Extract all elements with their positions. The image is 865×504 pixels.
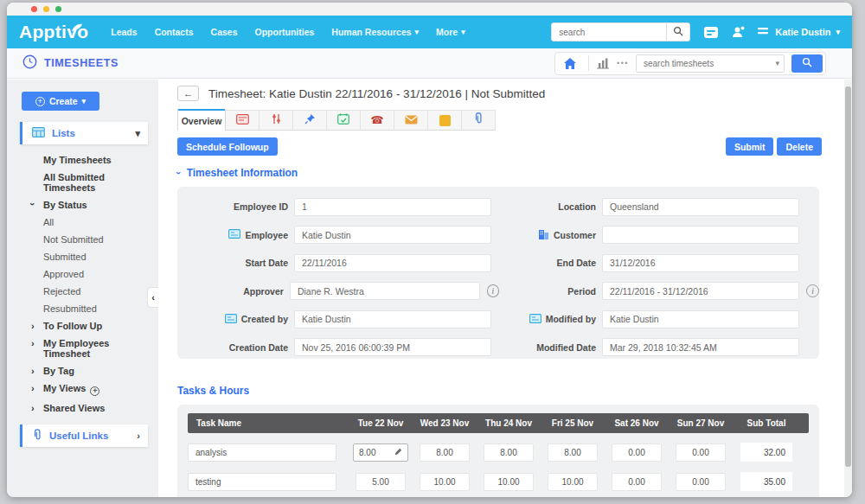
nav-item-human-resources[interactable]: Human Resources▾ — [331, 27, 419, 37]
employee-id-field[interactable]: 1 — [294, 198, 491, 216]
schedule-followup-button[interactable]: Schedule Followup — [177, 137, 278, 156]
sidebar-item-all-submitted-timesheets[interactable]: All Submitted Timesheets — [43, 172, 152, 193]
tab-feed[interactable] — [226, 110, 260, 131]
modified-date-field[interactable]: Mar 29, 2018 10:32:45 AM — [602, 338, 799, 356]
more-options-icon[interactable]: ••• — [617, 59, 629, 67]
timesheet-information-panel: Employee ID 1 Location Queensland Employ… — [177, 187, 819, 359]
window-zoom-button[interactable] — [55, 6, 61, 12]
sidebar-item-rejected[interactable]: Rejected — [43, 286, 152, 297]
global-search-button[interactable] — [666, 23, 689, 41]
sidebar-item-resubmitted[interactable]: Resubmitted — [43, 303, 152, 314]
notifications-icon[interactable] — [732, 26, 745, 39]
create-button[interactable]: + Create ▾ — [22, 92, 99, 111]
global-search-input[interactable] — [552, 23, 666, 41]
apps-icon[interactable] — [703, 26, 719, 39]
sidebar-item-not-submitted[interactable]: Not Submitted — [43, 234, 152, 245]
reports-chart-icon[interactable] — [596, 57, 610, 69]
sidebar-item-submitted[interactable]: Submitted — [43, 252, 152, 262]
hours-field[interactable]: 8.00 — [548, 443, 598, 462]
column-header-day: Wed 23 Nov — [413, 418, 477, 428]
hours-field[interactable]: 8.00 — [484, 443, 534, 462]
tab-calls[interactable]: ☎ — [361, 110, 394, 131]
tab-activities[interactable] — [260, 110, 293, 131]
nav-item-opportunities[interactable]: Opportunities — [255, 27, 315, 37]
period-field[interactable]: 22/11/2016 - 31/12/2016 — [602, 282, 799, 300]
app-body: + Create ▾ Lists ▾ My Timesheets All Sub… — [7, 80, 852, 497]
info-icon[interactable]: i — [487, 284, 499, 297]
timesheet-search-button[interactable] — [791, 54, 823, 73]
location-field[interactable]: Queensland — [602, 198, 799, 216]
user-name: Katie Dustin — [775, 27, 830, 37]
approver-field[interactable]: Diane R. Westra — [290, 282, 480, 300]
apptivo-logo[interactable]: Apptivo — [19, 22, 88, 42]
sidebar-item-my-timesheets[interactable]: My Timesheets — [43, 155, 152, 165]
tab-documents[interactable] — [462, 110, 496, 131]
sidebar-item-shared-views[interactable]: ›Shared Views — [43, 403, 152, 413]
window-close-button[interactable] — [31, 6, 37, 12]
end-date-field[interactable]: 31/12/2016 — [602, 254, 799, 272]
tab-pinned[interactable] — [293, 110, 327, 131]
back-button[interactable]: ← — [177, 86, 199, 101]
nav-item-contacts[interactable]: Contacts — [155, 27, 194, 37]
home-icon[interactable] — [559, 54, 581, 73]
tab-overview[interactable]: Overview — [177, 109, 226, 131]
vertical-scrollbar-thumb[interactable] — [845, 86, 851, 467]
hours-field[interactable]: 0.00 — [612, 443, 662, 462]
nav-item-more[interactable]: More▾ — [436, 27, 465, 37]
add-view-icon[interactable]: + — [90, 386, 99, 396]
nav-item-leads[interactable]: Leads — [111, 27, 137, 37]
sidebar-lists[interactable]: Lists ▾ — [20, 122, 148, 144]
hours-field[interactable]: 0.00 — [676, 443, 726, 462]
nav-item-cases[interactable]: Cases — [211, 27, 238, 37]
search-options-chevron-icon[interactable]: ▾ — [775, 59, 779, 67]
field-label: Created by — [241, 314, 288, 324]
hours-field[interactable]: 10.00 — [484, 473, 534, 491]
sidebar-item-to-follow-up[interactable]: ›To Follow Up — [43, 321, 152, 331]
start-date-field[interactable]: 22/11/2016 — [294, 254, 491, 272]
paperclip-icon — [473, 112, 484, 128]
sidebar-item-approved[interactable]: Approved — [43, 269, 152, 279]
hours-field[interactable]: 8.00 — [420, 443, 470, 462]
lists-grid-icon — [32, 127, 45, 139]
vertical-scrollbar[interactable] — [844, 80, 852, 497]
timesheet-information-section-header[interactable]: › Timesheet Information — [177, 167, 844, 179]
main-content: ← Timesheet: Katie Dustin 22/11/2016 - 3… — [158, 80, 844, 497]
sidebar-collapse-handle[interactable]: ‹ — [147, 287, 159, 308]
task-name-field[interactable]: testing — [188, 473, 336, 491]
field-label: Employee — [245, 230, 288, 240]
creation-date-field[interactable]: Nov 25, 2016 06:00:39 PM — [294, 338, 491, 356]
tab-notes[interactable] — [428, 110, 462, 131]
field-label: Employee ID — [177, 201, 288, 212]
form-row: Employee ID 1 Location Queensland — [177, 193, 819, 221]
created-by-field[interactable]: Katie Dustin — [294, 310, 491, 329]
task-name-field[interactable]: analysis — [188, 443, 336, 462]
tab-calendar[interactable] — [327, 110, 361, 131]
sidebar-item-all[interactable]: All — [43, 217, 152, 227]
window-minimize-button[interactable] — [43, 6, 49, 12]
sidebar-item-by-tag[interactable]: ›By Tag — [43, 366, 152, 376]
customer-field[interactable] — [602, 226, 799, 244]
sidebar-useful-links[interactable]: Useful Links › — [20, 424, 148, 447]
hours-field-editing[interactable]: 8.00 — [353, 443, 408, 462]
field-employee: Employee Katie Dustin — [177, 226, 499, 244]
info-icon[interactable]: i — [806, 284, 819, 297]
user-menu[interactable]: Katie Dustin ▾ — [758, 25, 840, 39]
delete-button[interactable]: Delete — [777, 137, 822, 156]
field-period: Period 22/11/2016 - 31/12/2016 i — [499, 282, 819, 300]
record-tabs: Overview ☎ — [177, 109, 496, 131]
sidebar-item-by-status[interactable]: ›By Status — [43, 200, 152, 210]
sidebar-item-my-employees-timesheet[interactable]: ›My Employees Timesheet — [43, 338, 152, 359]
sidebar-item-my-views[interactable]: ›My Views+ — [43, 383, 152, 396]
hours-field[interactable]: 5.00 — [356, 473, 406, 491]
employee-field[interactable]: Katie Dustin — [294, 226, 491, 244]
hours-field[interactable]: 10.00 — [548, 473, 598, 491]
hours-field[interactable]: 10.00 — [420, 473, 470, 491]
submit-button[interactable]: Submit — [726, 137, 774, 156]
timesheet-search-input[interactable] — [636, 54, 785, 73]
tab-emails[interactable] — [394, 110, 428, 131]
divider — [588, 55, 589, 71]
phone-icon: ☎ — [371, 115, 384, 125]
hours-field[interactable]: 0.00 — [612, 473, 662, 491]
modified-by-field[interactable]: Katie Dustin — [602, 310, 799, 329]
hours-field[interactable]: 0.00 — [676, 473, 726, 491]
